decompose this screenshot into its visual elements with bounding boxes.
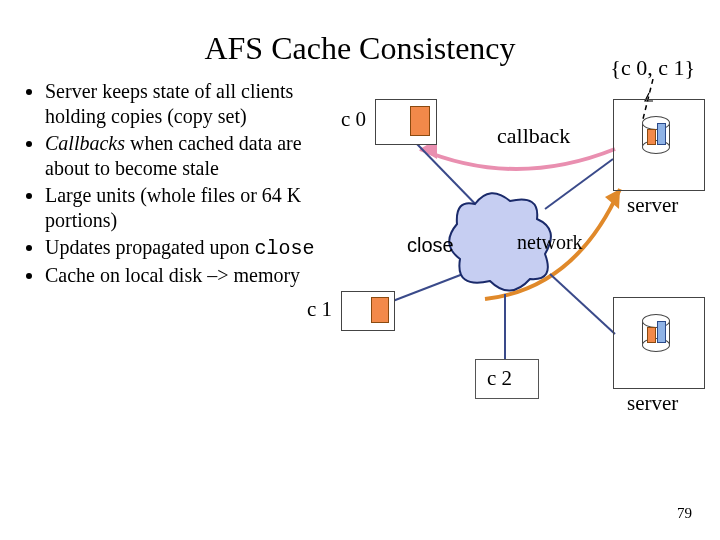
bullet-item: Updates propagated upon close [45,235,345,261]
network-label: network [517,231,583,254]
bullet-text: Server keeps state of all clients holdin… [45,80,293,127]
file-block-icon [371,297,389,323]
bullet-text: Updates propagated upon [45,236,254,258]
file-block-icon [410,106,430,136]
client-c0-box [375,99,437,145]
server-2-box [613,297,705,389]
disk-icon [642,118,670,152]
bullet-text-italic: Callbacks [45,132,125,154]
svg-line-7 [550,274,615,334]
bullet-item: Server keeps state of all clients holdin… [45,79,345,129]
callback-label: callback [497,123,570,149]
bullet-text: Cache on local disk –> memory [45,264,300,286]
bullet-item: Cache on local disk –> memory [45,263,345,288]
client-c1-box [341,291,395,331]
bullet-item: Callbacks when cached data are about to … [45,131,345,181]
page-number: 79 [677,505,692,522]
client-c1-label: c 1 [307,297,332,322]
svg-line-6 [545,159,613,209]
bullet-list: Server keeps state of all clients holdin… [0,79,345,459]
client-c2-label: c 2 [487,366,512,391]
bullet-text: Large units (whole files or 64 K portion… [45,184,301,231]
diagram-area: c 0 c 1 c 2 server server callback close [345,79,720,459]
server-1-label: server [627,193,678,218]
slide-body: Server keeps state of all clients holdin… [0,79,720,459]
bullet-text-mono: close [254,237,314,260]
disk-icon [642,316,670,350]
client-c0-label: c 0 [341,107,366,132]
close-label: close [407,234,454,257]
svg-marker-2 [605,189,620,209]
server-2-label: server [627,391,678,416]
copy-set-annotation: {c 0, c 1} [610,55,695,81]
bullet-item: Large units (whole files or 64 K portion… [45,183,345,233]
server-1-box [613,99,705,191]
